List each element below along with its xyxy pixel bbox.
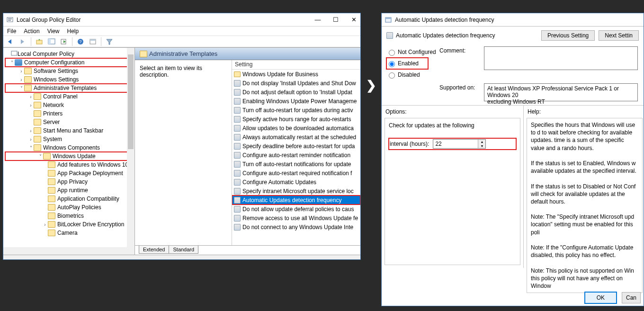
setting-row[interactable]: Configure Automatic Updates	[232, 178, 360, 187]
setting-row[interactable]: Specify active hours range for auto-rest…	[232, 115, 360, 124]
setting-row[interactable]: Enabling Windows Update Power Manageme	[232, 97, 360, 106]
toolbar: ?	[3, 36, 360, 47]
setting-row[interactable]: Do not connect to any Windows Update Int…	[232, 222, 360, 231]
interval-input[interactable]	[433, 140, 478, 148]
tree-windows-settings[interactable]: ›Windows Settings	[5, 75, 134, 84]
folder-icon	[34, 102, 41, 108]
tree-item[interactable]: App runtime	[5, 186, 134, 195]
setting-row[interactable]: Do not allow update deferral policies to…	[232, 204, 360, 213]
setting-row[interactable]: Remove access to use all Windows Update …	[232, 213, 360, 222]
dialog-titlebar: Automatic Updates detection frequency	[382, 13, 644, 27]
tree-software-settings[interactable]: ›Software Settings	[5, 67, 134, 75]
setting-row[interactable]: Turn off auto-restart for updates during…	[232, 106, 360, 115]
tab-standard[interactable]: Standard	[169, 246, 198, 254]
tree-windows-components[interactable]: ˅Windows Components	[5, 143, 134, 152]
details-title: Administrative Templates	[149, 50, 217, 57]
tree-item[interactable]: Camera	[5, 229, 134, 237]
setting-icon	[386, 32, 393, 39]
radio-not-configured[interactable]: Not Configured	[386, 46, 439, 58]
maximize-button[interactable]: ☐	[332, 16, 340, 23]
setting-row[interactable]: Always automatically restart at the sche…	[232, 133, 360, 142]
tree-item[interactable]: App Package Deployment	[5, 169, 134, 178]
setting-row[interactable]: Configure auto-restart required notifica…	[232, 169, 360, 178]
tree-item[interactable]: ›BitLocker Drive Encryption	[5, 220, 134, 229]
setting-row[interactable]: Automatic Updates detection frequency	[232, 195, 360, 204]
tab-extended[interactable]: Extended	[139, 246, 169, 254]
interval-spinner[interactable]: ▲▼	[433, 139, 486, 149]
radio-disabled[interactable]: Disabled	[386, 69, 439, 80]
tree-pane[interactable]: Local Computer Policy ˅Computer Configur…	[3, 48, 135, 255]
setting-row[interactable]: Allow updates to be downloaded automatic…	[232, 124, 360, 133]
tree-item[interactable]: Add features to Windows 10	[5, 160, 134, 169]
setting-row[interactable]: Windows Update for Business	[232, 70, 360, 79]
comment-field[interactable]	[484, 46, 638, 70]
details-header: Administrative Templates	[135, 48, 360, 60]
minimize-button[interactable]: —	[314, 16, 322, 23]
setting-row[interactable]: Do not adjust default option to 'Install…	[232, 88, 360, 97]
show-hide-tree-button[interactable]	[46, 37, 57, 46]
tree-administrative-templates[interactable]: ˅Administrative Templates	[5, 84, 134, 92]
filter-button[interactable]	[104, 37, 115, 46]
setting-icon	[234, 116, 241, 123]
svg-rect-11	[11, 51, 17, 55]
folder-icon	[140, 51, 147, 57]
spin-down-icon[interactable]: ▼	[478, 144, 485, 148]
setting-label: Windows Update for Business	[242, 71, 318, 78]
column-header-setting[interactable]: Setting	[232, 60, 360, 70]
tree-item[interactable]: Application Compatibility	[5, 195, 134, 203]
setting-label: Turn off auto-restart notifications for …	[242, 161, 351, 168]
tree-network[interactable]: ›Network	[5, 101, 134, 109]
comment-label: Comment:	[439, 46, 480, 80]
next-setting-button[interactable]: Next Settin	[599, 30, 639, 41]
menu-help[interactable]: Help	[67, 28, 79, 35]
properties-button[interactable]	[88, 37, 98, 46]
tree-item[interactable]: App Privacy	[5, 178, 134, 186]
tree-vscroll[interactable]	[127, 48, 134, 247]
setting-icon	[234, 89, 241, 96]
setting-row[interactable]: Turn off auto-restart notifications for …	[232, 160, 360, 169]
tree-item[interactable]: AutoPlay Policies	[5, 203, 134, 212]
tree-windows-update[interactable]: ˅Windows Update	[5, 152, 134, 160]
up-button[interactable]	[34, 37, 45, 46]
setting-icon	[234, 188, 241, 195]
previous-setting-button[interactable]: Previous Setting	[541, 30, 595, 41]
tree-computer-configuration[interactable]: ˅Computer Configuration	[5, 58, 134, 67]
description-text: Select an item to view its description.	[140, 65, 202, 78]
tree-system[interactable]: ›System	[5, 135, 134, 143]
setting-row[interactable]: Configure auto-restart reminder notifica…	[232, 151, 360, 160]
toolbar-divider	[31, 37, 31, 46]
setting-icon	[234, 98, 241, 105]
ok-button[interactable]: OK	[584, 292, 617, 304]
svg-rect-13	[385, 18, 391, 19]
export-button[interactable]	[59, 37, 69, 46]
setting-label: Turn off auto-restart for updates during…	[242, 107, 353, 114]
tree-start-menu[interactable]: ›Start Menu and Taskbar	[5, 126, 134, 135]
tree-root[interactable]: Local Computer Policy	[5, 50, 134, 58]
svg-rect-2	[8, 20, 11, 21]
setting-row[interactable]: Specify intranet Microsoft update servic…	[232, 187, 360, 195]
tree-server[interactable]: Server	[5, 118, 134, 126]
status-bar	[3, 255, 360, 259]
menu-action[interactable]: Action	[24, 28, 39, 35]
setting-label: Specify intranet Microsoft update servic…	[242, 188, 354, 195]
back-button[interactable]	[5, 37, 16, 46]
close-button[interactable]: ✕	[350, 16, 358, 23]
menu-view[interactable]: View	[47, 28, 60, 35]
setting-label: Remove access to use all Windows Update …	[242, 215, 358, 222]
dialog-footer: OK Can	[584, 292, 641, 304]
menu-file[interactable]: File	[7, 28, 16, 35]
setting-row[interactable]: Specify deadline before auto-restart for…	[232, 142, 360, 151]
folder-icon	[48, 221, 55, 228]
forward-button[interactable]	[18, 37, 28, 46]
tree-control-panel[interactable]: ›Control Panel	[5, 92, 134, 101]
folder-icon	[34, 144, 41, 151]
cancel-button[interactable]: Can	[622, 292, 641, 303]
setting-row[interactable]: Do not display 'Install Updates and Shut…	[232, 79, 360, 88]
spin-up-icon[interactable]: ▲	[478, 140, 485, 144]
tree-hscroll[interactable]	[3, 247, 134, 255]
radio-enabled[interactable]: Enabled	[386, 58, 428, 69]
tree-printers[interactable]: Printers	[5, 109, 134, 118]
help-button[interactable]: ?	[75, 37, 86, 46]
folder-icon	[24, 85, 32, 91]
tree-item[interactable]: Biometrics	[5, 212, 134, 220]
